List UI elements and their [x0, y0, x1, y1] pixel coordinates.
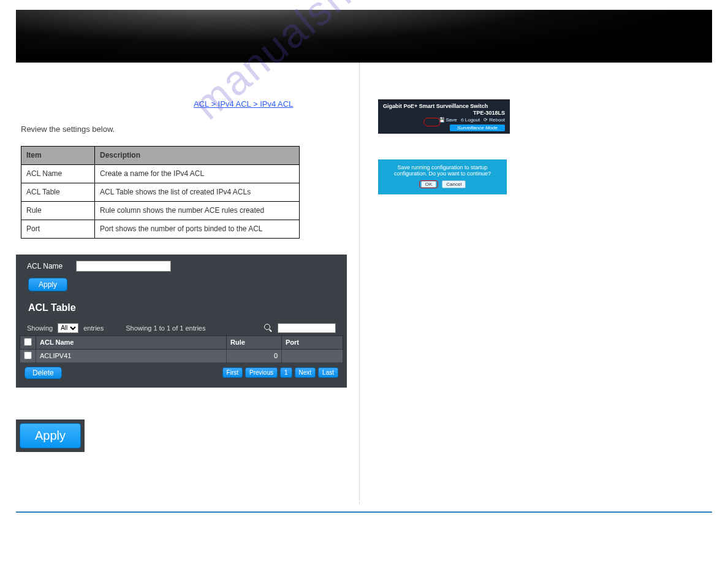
config-table: Item Description ACL Name Create a name …	[21, 146, 300, 239]
switch-title: Gigabit PoE+ Smart Surveillance Switch	[383, 103, 505, 109]
acl-row-name: ACLIPV41	[36, 349, 227, 362]
showing-range: Showing 1 to 1 of 1 entries	[126, 324, 205, 332]
intro-text: Review the settings below.	[16, 123, 347, 136]
save-link[interactable]: 💾 Save	[439, 117, 457, 123]
reboot-icon: ⟳	[483, 117, 488, 123]
left-column: ACL > IPv4 ACL > IPv4 ACL Review the set…	[16, 63, 359, 504]
pager-1[interactable]: 1	[280, 367, 292, 378]
reboot-link[interactable]: ⟳ Reboot	[483, 117, 505, 123]
search-icon	[264, 324, 273, 332]
confirm-dialog: Save running configuration to startup co…	[378, 159, 507, 194]
acl-row-port	[282, 349, 343, 362]
acl-row-checkbox[interactable]	[24, 351, 32, 359]
showing-prefix: Showing	[27, 324, 53, 332]
cfg-row: ACL Name Create a name for the IPv4 ACL	[21, 164, 300, 183]
cfg-cell-desc: ACL Table shows the list of created IPv4…	[95, 183, 300, 201]
pager-last[interactable]: Last	[318, 367, 338, 378]
delete-button[interactable]: Delete	[25, 367, 62, 379]
surveillance-mode-badge[interactable]: Surveillance Mode	[450, 124, 505, 131]
confirm-text: Save running configuration to startup co…	[384, 164, 501, 177]
save-highlight-circle	[423, 118, 441, 126]
confirm-cancel-button[interactable]: Cancel	[442, 180, 466, 188]
entries-select[interactable]: All	[58, 323, 78, 333]
cfg-row: Rule Rule column shows the number ACE ru…	[21, 201, 300, 220]
cfg-row: Port Port shows the number of ports bind…	[21, 220, 300, 238]
acl-table: ACL Name Rule Port ACLIPV41 0	[20, 335, 343, 363]
acl-col-name: ACL Name	[36, 335, 227, 349]
ok-highlight: OK	[419, 180, 439, 188]
logout-link[interactable]: ⎋ Logout	[461, 117, 480, 123]
nav-path-link[interactable]: ACL > IPv4 ACL > IPv4 ACL	[194, 99, 347, 109]
pager-first[interactable]: First	[222, 367, 243, 378]
cfg-cell-item: ACL Name	[21, 164, 95, 183]
acl-name-input[interactable]	[76, 261, 171, 272]
acl-search-input[interactable]	[278, 323, 336, 333]
cfg-header-item: Item	[21, 146, 95, 164]
acl-name-label: ACL Name	[27, 262, 76, 270]
pager-previous[interactable]: Previous	[245, 367, 278, 378]
switch-model: TPE-3018LS	[383, 110, 505, 116]
acl-col-port: Port	[282, 335, 343, 349]
cfg-cell-desc: Create a name for the IPv4 ACL	[95, 164, 300, 183]
acl-select-all[interactable]	[24, 338, 32, 346]
cfg-cell-item: ACL Table	[21, 183, 95, 201]
acl-apply-button[interactable]: Apply	[28, 278, 67, 291]
pager-next[interactable]: Next	[295, 367, 316, 378]
cfg-cell-desc: Rule column shows the number ACE rules c…	[95, 201, 300, 220]
switch-header-panel: Gigabit PoE+ Smart Surveillance Switch T…	[378, 99, 510, 134]
cfg-row: ACL Table ACL Table shows the list of cr…	[21, 183, 300, 201]
confirm-ok-button[interactable]: OK	[421, 181, 437, 188]
acl-row-rule: 0	[227, 349, 282, 362]
acl-row: ACLIPV41 0	[20, 349, 343, 362]
cfg-cell-item: Port	[21, 220, 95, 238]
cfg-cell-item: Rule	[21, 201, 95, 220]
page-header-banner	[16, 10, 712, 63]
apply-button-frame: Apply	[16, 419, 85, 452]
logout-icon: ⎋	[461, 117, 464, 123]
acl-panel: ACL Name Apply ACL Table Showing All ent…	[16, 255, 347, 388]
acl-col-rule: Rule	[227, 335, 282, 349]
page-footer-divider	[16, 511, 712, 516]
cfg-cell-desc: Port shows the number of ports binded to…	[95, 220, 300, 238]
apply-button[interactable]: Apply	[20, 423, 81, 448]
cfg-header-desc: Description	[95, 146, 300, 164]
right-column: Gigabit PoE+ Smart Surveillance Switch T…	[359, 63, 702, 504]
acl-table-title: ACL Table	[16, 299, 347, 321]
entries-suffix: entries	[83, 324, 104, 332]
